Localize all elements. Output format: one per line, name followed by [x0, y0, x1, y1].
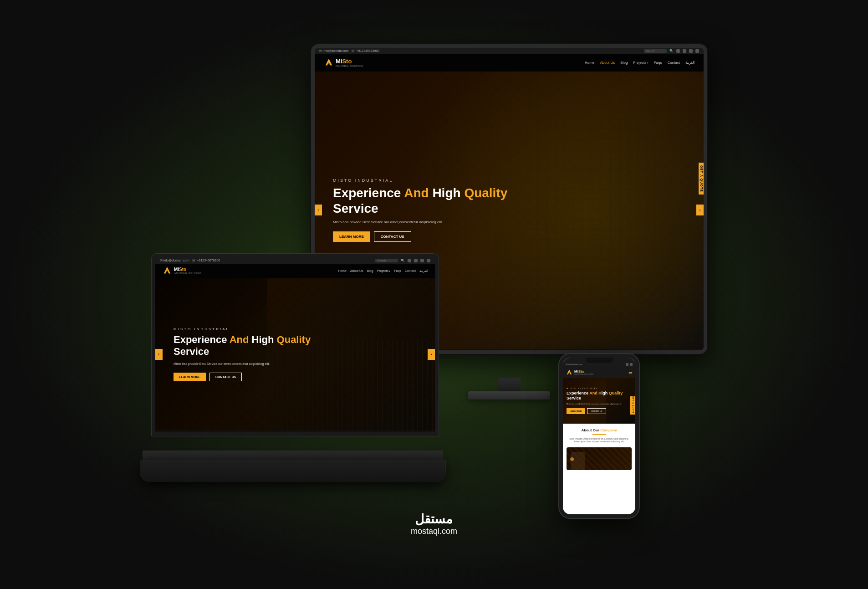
phone-about-divider	[592, 434, 606, 435]
monitor-navbar: MiSto INDUSTRIAL SOLUTIONS Home About Us…	[315, 54, 704, 72]
laptop-email: ✉ info@domain.com	[160, 259, 189, 262]
twitter-icon[interactable]	[683, 49, 686, 53]
phone-screen: ✉ info@domain.com MiSto INDUSTR	[563, 358, 635, 514]
laptop-nav-home[interactable]: Home	[338, 269, 347, 273]
topbar-right: 🔍	[644, 49, 699, 53]
laptop-nav-contact[interactable]: Contact	[405, 269, 416, 273]
hero-title-part1: Experience	[333, 186, 404, 200]
phone-hero-title: Experience And High Quality Service	[567, 391, 632, 401]
laptop-nav-arabic[interactable]: العربية	[419, 269, 428, 273]
watermark-url: mostaql.com	[411, 527, 457, 536]
laptop-logo-icon	[162, 266, 172, 276]
phone-contact-btn[interactable]: CONTACT US	[587, 408, 606, 414]
laptop-and: And	[230, 334, 249, 345]
laptop-search-input[interactable]	[375, 259, 398, 262]
nav-contact[interactable]: Contact	[667, 61, 680, 65]
phone-menu-icon[interactable]: ☰	[628, 370, 633, 375]
laptop-hero-eyebrow: MISTO INDUSTRIAL	[174, 327, 417, 331]
nav-home[interactable]: Home	[585, 61, 594, 65]
laptop-bottom	[140, 461, 445, 481]
hero-eyebrow: MISTO INDUSTRIAL	[333, 178, 685, 183]
youtube-icon[interactable]	[695, 49, 699, 53]
laptop-search-icon[interactable]: 🔍	[401, 259, 405, 262]
phone-eyebrow: MISTO INDUSTRIAL	[567, 387, 632, 389]
laptop-nav-projects[interactable]: Projects	[377, 269, 391, 273]
hero-service-text: Service	[333, 201, 378, 215]
phone-logo[interactable]: MiSto INDUSTRIAL SOLUTIONS	[566, 369, 593, 376]
laptop-hero: ‹ › MISTO INDUSTRIAL Experience And High…	[155, 278, 435, 430]
laptop-logo-text: MiSto	[174, 267, 201, 272]
laptop-topbar-right: 🔍	[375, 259, 430, 262]
laptop-bezel: ✉ info@domain.com ☏ +912345678900 🔍	[152, 254, 439, 436]
facebook-icon[interactable]	[676, 49, 680, 53]
phone-about-image	[567, 447, 632, 470]
laptop-facebook-icon[interactable]	[408, 259, 411, 262]
scene: ✉ info@domain.com ☏ +912345678900 🔍	[138, 44, 730, 545]
laptop-service: Service	[174, 346, 209, 357]
monitor-stand	[468, 378, 550, 399]
nav-blog[interactable]: Blog	[620, 61, 628, 65]
phone-email: ✉ info@domain.com	[566, 363, 582, 366]
phone-learn-btn[interactable]: LEARN MORE	[567, 408, 585, 414]
laptop-hero-content: MISTO INDUSTRIAL Experience And High Qua…	[174, 327, 417, 381]
nav-projects[interactable]: Projects	[633, 61, 648, 65]
phone-logo-icon	[566, 369, 573, 376]
laptop-contact-btn[interactable]: CONTACT US	[209, 373, 242, 381]
hero-title: Experience And High Quality Service	[333, 185, 685, 216]
nav-faqs[interactable]: Faqs	[654, 61, 662, 65]
phone-social-fb[interactable]	[626, 363, 628, 366]
hero-buttons: LEARN MORE CONTACT US	[333, 231, 685, 242]
laptop-youtube-icon[interactable]	[427, 259, 430, 262]
topbar-left: ✉ info@domain.com ☏ +912345678900	[319, 49, 379, 53]
laptop-navbar: MiSto INDUSTRIAL SOLUTIONS Home About Us…	[155, 264, 435, 278]
watermark: مستقل mostaql.com	[411, 512, 457, 536]
instagram-icon[interactable]	[689, 49, 693, 53]
monitor-topbar: ✉ info@domain.com ☏ +912345678900 🔍	[315, 48, 704, 54]
get-quote-tab[interactable]: GET A QUOTE	[699, 163, 704, 195]
phone-hero: MISTO INDUSTRIAL Experience And High Qua…	[563, 378, 635, 424]
laptop-hero-prev[interactable]: ‹	[155, 349, 163, 360]
phone-social-tw[interactable]	[630, 363, 633, 366]
laptop-nav-faqs[interactable]: Faqs	[394, 269, 401, 273]
laptop-logo[interactable]: MiSto INDUSTRIAL SOLUTIONS	[162, 266, 201, 276]
phone-side-tab[interactable]: GET A QUOTE	[630, 396, 635, 415]
laptop-screen: ✉ info@domain.com ☏ +912345678900 🔍	[155, 257, 435, 432]
monitor-logo-subtitle: INDUSTRIAL SOLUTIONS	[336, 65, 363, 67]
learn-more-button[interactable]: LEARN MORE	[333, 231, 370, 242]
phone-bezel: ✉ info@domain.com MiSto INDUSTR	[559, 354, 639, 518]
laptop-topbar: ✉ info@domain.com ☏ +912345678900 🔍	[155, 257, 435, 264]
nav-arabic[interactable]: العربية	[685, 61, 694, 65]
laptop-twitter-icon[interactable]	[414, 259, 418, 262]
search-icon[interactable]: 🔍	[669, 49, 674, 53]
monitor-logo[interactable]: MiSto INDUSTRIAL SOLUTIONS	[324, 58, 363, 68]
phone-navbar: MiSto INDUSTRIAL SOLUTIONS ☰	[563, 367, 635, 378]
phone-hero-buttons: LEARN MORE CONTACT US	[567, 408, 632, 414]
spark-effect	[570, 457, 574, 461]
search-input[interactable]	[644, 49, 667, 53]
laptop-hero-title: Experience And High Quality Service	[174, 334, 417, 358]
watermark-arabic: مستقل	[411, 512, 457, 527]
laptop-hero-next[interactable]: ›	[428, 349, 435, 360]
laptop-instagram-icon[interactable]	[420, 259, 424, 262]
laptop-phone: ☏ +912345678900	[192, 259, 220, 262]
laptop-hero-desc: Misto has provide Best Service our amet,…	[174, 362, 310, 367]
hero-prev-arrow[interactable]: ‹	[315, 205, 322, 215]
laptop-nav-about[interactable]: About Us	[350, 269, 363, 273]
phone-hero-content: MISTO INDUSTRIAL Experience And High Qua…	[567, 387, 632, 414]
hero-description: Misto has provide Best Service our amet,…	[333, 220, 470, 225]
phone-about-title: About Our Company	[567, 428, 632, 432]
laptop-nav-blog[interactable]: Blog	[367, 269, 373, 273]
nav-about[interactable]: About Us	[600, 61, 615, 65]
logo-svg-icon	[324, 58, 334, 68]
phone-logo-sub: INDUSTRIAL SOLUTIONS	[574, 374, 593, 375]
laptop-learn-more-btn[interactable]: LEARN MORE	[174, 373, 206, 381]
laptop-title-p1: Experience	[174, 334, 230, 345]
phone-logo-text: MiSto	[574, 369, 593, 374]
hero-next-arrow[interactable]: ›	[696, 205, 704, 215]
hero-content: MISTO INDUSTRIAL Experience And High Qua…	[333, 178, 685, 242]
monitor-logo-text: MiSto	[336, 58, 363, 65]
stand-neck	[498, 378, 521, 391]
topbar-email: ✉ info@domain.com	[319, 49, 348, 53]
contact-us-button[interactable]: CONTACT US	[374, 231, 411, 242]
svg-marker-3	[567, 369, 572, 374]
